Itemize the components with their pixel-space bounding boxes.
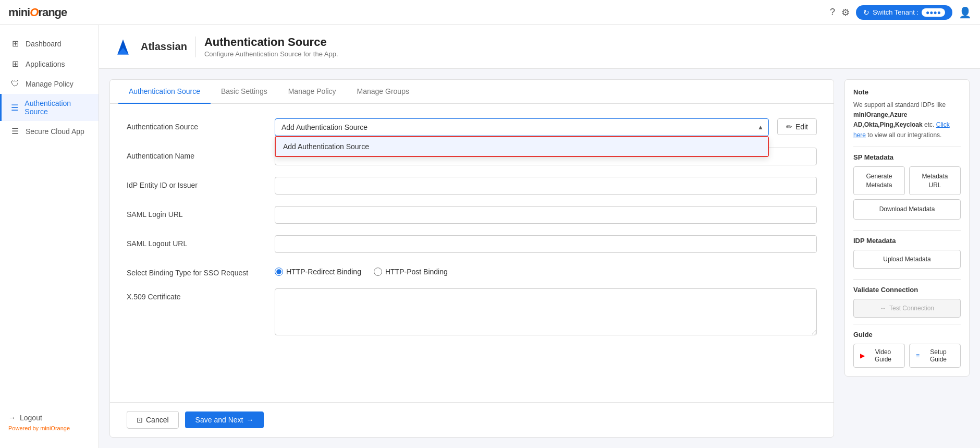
dropdown-menu-item-add[interactable]: Add Authentication Source [276, 137, 768, 156]
tabs: Authentication Source Basic Settings Man… [110, 80, 834, 104]
topbar: miniOrange ? ⚙ ↻ Switch Tenant : ●●●● 👤 [0, 0, 980, 25]
logout-button[interactable]: → Logout [8, 414, 90, 422]
powered-by: Powered by miniOrange [8, 425, 90, 431]
page-header: Atlassian Authentication Source Configur… [99, 25, 980, 69]
binding-post-label: HTTP-Post Binding [385, 268, 448, 276]
refresh-icon: ↻ [863, 8, 869, 17]
secure-cloud-icon: ☰ [10, 126, 20, 136]
saml-login-input[interactable] [275, 206, 817, 224]
test-connection-button[interactable]: ↔ Test Connection [853, 299, 961, 318]
validate-connection-divider [853, 279, 961, 280]
manage-policy-icon: 🛡 [10, 79, 20, 89]
content-area: Atlassian Authentication Source Configur… [99, 25, 980, 448]
sidebar-item-applications[interactable]: ⊞ Applications [0, 54, 99, 74]
sidebar-item-secure-cloud-app[interactable]: ☰ Secure Cloud App [0, 121, 99, 141]
applications-icon: ⊞ [10, 59, 20, 69]
tab-authentication-source[interactable]: Authentication Source [118, 80, 211, 104]
binding-radio-redirect[interactable] [275, 268, 283, 276]
topbar-right: ? ⚙ ↻ Switch Tenant : ●●●● 👤 [830, 5, 972, 20]
header-divider [195, 37, 196, 57]
cancel-label: Cancel [146, 416, 169, 424]
setup-guide-button[interactable]: ≡ Setup Guide [909, 344, 961, 368]
app-name: Atlassian [141, 41, 187, 53]
auth-source-field: Add Authentication Source ▲ Add Authenti… [275, 118, 817, 136]
setup-guide-label: Setup Guide [923, 348, 954, 363]
cancel-button[interactable]: ⊡ Cancel [127, 411, 179, 429]
auth-source-select[interactable]: Add Authentication Source [275, 118, 769, 136]
video-guide-button[interactable]: ▶ Video Guide [853, 344, 905, 368]
binding-type-field: HTTP-Redirect Binding HTTP-Post Binding [275, 264, 817, 276]
logout-icon: → [8, 414, 16, 422]
tab-manage-groups[interactable]: Manage Groups [347, 80, 420, 104]
sidebar-item-manage-policy[interactable]: 🛡 Manage Policy [0, 74, 99, 94]
profile-button[interactable]: 👤 [959, 6, 972, 19]
sp-metadata-divider [853, 147, 961, 147]
test-conn-icon: ↔ [880, 305, 886, 312]
dashboard-icon: ⊞ [10, 39, 20, 49]
switch-tenant-button[interactable]: ↻ Switch Tenant : ●●●● [856, 5, 952, 20]
validate-connection-title: Validate Connection [853, 286, 961, 294]
saml-logout-input[interactable] [275, 235, 817, 253]
sidebar-item-label: Manage Policy [26, 80, 74, 88]
help-button[interactable]: ? [830, 7, 835, 18]
logo-text: miniOrange [8, 6, 67, 19]
binding-type-label: Select Binding Type for SSO Request [127, 264, 262, 277]
right-panel: Note We support all standard IDPs like m… [844, 79, 970, 438]
page-title-group: Authentication Source Configure Authenti… [204, 35, 338, 58]
binding-option-post[interactable]: HTTP-Post Binding [374, 268, 448, 276]
switch-tenant-label: Switch Tenant : [873, 8, 918, 16]
form-row-certificate: X.509 Certificate [127, 288, 817, 337]
logo: miniOrange [8, 6, 67, 19]
youtube-icon: ▶ [860, 352, 865, 359]
form-panel: Authentication Source Basic Settings Man… [109, 79, 834, 438]
sidebar-item-label: Secure Cloud App [26, 127, 84, 136]
auth-source-dropdown-wrapper: Add Authentication Source ▲ Add Authenti… [275, 118, 769, 136]
arrow-icon: → [246, 416, 253, 424]
cancel-icon: ⊡ [137, 416, 143, 424]
auth-source-row: Add Authentication Source ▲ Add Authenti… [275, 118, 817, 136]
idp-entity-field [275, 177, 817, 195]
note-text-3: to view all our integrations. [866, 131, 941, 139]
brand-name: miniOrange [40, 425, 70, 431]
binding-option-redirect[interactable]: HTTP-Redirect Binding [275, 268, 361, 276]
metadata-url-button[interactable]: Metadata URL [909, 166, 961, 196]
sidebar-item-label: Dashboard [26, 40, 62, 48]
note-text-1: We support all standard IDPs like [853, 101, 946, 108]
download-metadata-button[interactable]: Download Metadata [853, 199, 961, 220]
sidebar-item-label: Applications [26, 60, 65, 68]
atlassian-logo [114, 38, 132, 56]
page-title: Authentication Source [204, 35, 338, 49]
settings-button[interactable]: ⚙ [841, 7, 850, 18]
note-text-2: etc. [923, 121, 936, 128]
guide-divider [853, 324, 961, 324]
auth-name-label: Authentication Name [127, 148, 262, 160]
video-guide-label: Video Guide [868, 348, 898, 363]
sidebar-item-authentication-source[interactable]: ☰ Authentication Source [0, 94, 99, 121]
save-next-button[interactable]: Save and Next → [185, 411, 264, 428]
guide-buttons: ▶ Video Guide ≡ Setup Guide [853, 344, 961, 368]
idp-metadata-divider [853, 230, 961, 231]
page-subtitle: Configure Authentication Source for the … [204, 50, 338, 58]
certificate-label: X.509 Certificate [127, 288, 262, 301]
tab-basic-settings[interactable]: Basic Settings [211, 80, 278, 104]
saml-logout-field [275, 235, 817, 253]
auth-source-icon: ☰ [10, 103, 19, 113]
note-section: Note We support all standard IDPs like m… [844, 79, 970, 377]
note-title: Note [853, 88, 961, 96]
edit-icon: ✏ [786, 123, 792, 131]
auth-source-field-label: Authentication Source [127, 118, 262, 131]
sidebar: ⊞ Dashboard ⊞ Applications 🛡 Manage Poli… [0, 25, 99, 448]
help-icon: ? [830, 7, 835, 18]
test-conn-label: Test Connection [889, 305, 934, 312]
idp-entity-input[interactable] [275, 177, 817, 195]
upload-metadata-button[interactable]: Upload Metadata [853, 250, 961, 269]
main-content: Authentication Source Basic Settings Man… [99, 69, 980, 448]
save-next-label: Save and Next [195, 416, 243, 424]
tab-manage-policy[interactable]: Manage Policy [278, 80, 347, 104]
sidebar-item-dashboard[interactable]: ⊞ Dashboard [0, 33, 99, 54]
certificate-textarea[interactable] [275, 288, 817, 335]
logout-label: Logout [20, 414, 42, 422]
generate-metadata-button[interactable]: Generate Metadata [853, 166, 905, 196]
binding-radio-post[interactable] [374, 268, 382, 276]
edit-button[interactable]: ✏ Edit [777, 118, 817, 135]
